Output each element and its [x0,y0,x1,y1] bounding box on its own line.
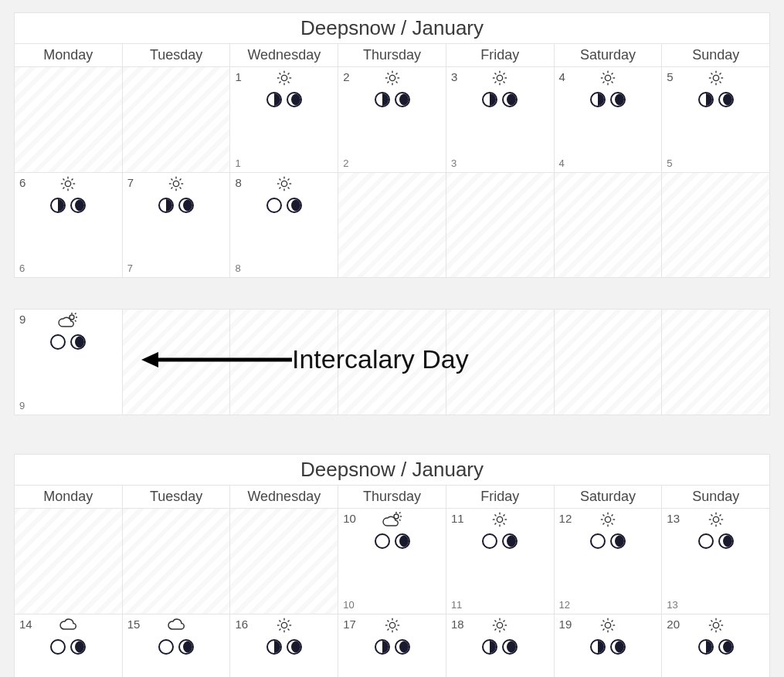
sun-icon [491,617,508,636]
day-number: 2 [343,70,349,83]
calendar-cell[interactable]: 55 [661,67,769,172]
part-icon [58,312,78,331]
svg-line-23 [495,73,497,74]
svg-line-109 [711,523,712,525]
svg-point-102 [713,516,718,522]
day-number: 16 [235,618,248,631]
calendar-cell-empty [229,310,338,415]
calendar-cell[interactable]: 20 [661,614,769,677]
svg-point-84 [497,516,503,522]
day-number: 1 [235,70,241,83]
moon-gib-r-icon [395,639,410,655]
day-ordinal: 8 [235,262,240,274]
calendar-cell[interactable]: 17 [338,614,446,677]
calendar-cell[interactable]: 1212 [554,509,662,614]
svg-line-92 [504,514,505,516]
weekday-header: Wednesday [229,486,338,508]
day-number: 17 [343,618,356,631]
calendar-cell[interactable]: 77 [122,172,230,277]
calendar-cell[interactable]: 19 [554,614,662,677]
svg-point-120 [389,622,395,628]
moon-gib-r-icon [502,639,518,655]
svg-line-25 [495,82,497,83]
moon-gib-r-icon [610,533,626,549]
calendar-cell[interactable]: 44 [554,67,662,172]
svg-line-61 [171,188,173,189]
calendar-cell-empty [338,172,446,277]
moon-row [662,533,769,549]
calendar-cell[interactable]: 14 [15,614,122,677]
svg-line-117 [287,629,289,631]
moon-gib-r-icon [395,92,410,107]
sun-icon [384,69,401,89]
calendar-cell[interactable]: 11 [229,67,338,172]
calendar-cell[interactable]: 33 [446,67,554,172]
moon-row [338,639,446,655]
svg-line-33 [612,82,613,83]
day-ordinal: 11 [451,599,462,611]
calendar-cell[interactable]: 66 [15,172,122,277]
calendar-cell[interactable]: 99 [15,310,122,415]
sun-icon [384,617,401,636]
calendar-cell[interactable]: 22 [338,67,446,172]
calendar-grid: 1010 1111 1212 1313 14 15 16 [15,509,769,677]
moon-row [555,639,662,655]
svg-point-45 [66,181,71,186]
moon-gib-r-icon [70,639,86,655]
svg-line-5 [279,73,280,74]
day-number: 3 [451,70,457,83]
moon-row [230,639,338,655]
calendar-cell-empty [446,310,554,415]
day-ordinal: 13 [667,599,677,611]
moon-row [555,92,662,107]
svg-line-90 [504,523,505,525]
svg-line-137 [504,620,505,621]
moon-gib-r-icon [178,639,194,655]
moon-row [15,639,122,655]
svg-line-7 [279,82,280,83]
calendar-cell[interactable]: 88 [229,172,338,277]
svg-line-16 [387,82,389,83]
intercalary-block: 99 [14,309,770,415]
svg-line-101 [612,514,613,516]
svg-line-134 [495,620,497,621]
moon-half-r-icon [482,639,497,655]
moon-empty-m-icon [158,639,174,655]
svg-line-6 [287,82,289,83]
weekday-header-row: Monday Tuesday Wednesday Thursday Friday… [15,44,769,67]
calendar-grid: 99 [15,310,769,415]
svg-line-75 [75,313,76,315]
calendar-cell[interactable]: 18 [446,614,554,677]
svg-point-111 [281,622,287,628]
svg-line-91 [495,523,497,525]
moon-row [230,198,338,213]
svg-line-83 [399,520,401,521]
moon-row [446,639,554,655]
day-number: 8 [235,176,241,189]
svg-line-155 [719,620,721,621]
calendar-title: Deepsnow / January [15,13,769,44]
calendar-cell[interactable]: 1111 [446,509,554,614]
moon-gib-r-icon [718,533,734,549]
moon-gib-r-icon [178,198,194,213]
svg-line-15 [395,82,397,83]
svg-line-135 [504,629,505,631]
svg-line-136 [495,629,497,631]
weekday-header: Friday [446,44,554,66]
moon-half-r-icon [698,639,714,655]
svg-line-41 [711,73,712,74]
svg-line-17 [395,73,397,74]
calendar-cell[interactable]: 1010 [338,509,446,614]
moon-empty-m-icon [375,533,390,549]
moon-row [15,198,122,213]
calendar-row: 66 77 88 [15,172,769,277]
svg-line-146 [612,620,613,621]
svg-point-27 [605,75,610,80]
svg-line-153 [719,629,721,631]
calendar-cell[interactable]: 1313 [661,509,769,614]
calendar-cell-empty [15,509,122,614]
sun-icon [599,511,616,530]
calendar-cell[interactable]: 16 [229,614,338,677]
calendar-cell[interactable]: 15 [122,614,230,677]
svg-line-70 [279,188,280,189]
